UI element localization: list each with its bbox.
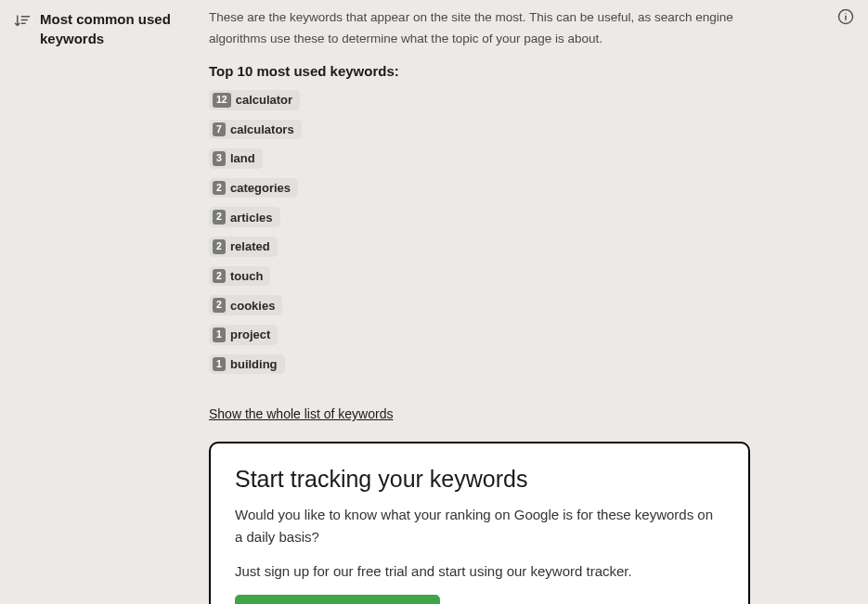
keyword-list: 12calculator 7calculators 3land 2categor… [209,90,780,379]
keyword-count: 1 [213,328,226,342]
keyword-label: touch [230,269,263,283]
section-title: Most common used keywords [40,9,209,48]
keyword-label: building [230,357,278,371]
keyword-pill: 2categories [209,178,298,199]
start-tracking-button[interactable]: START TRACKING [235,595,440,604]
section-description: These are the keywords that appear on th… [209,7,780,50]
keyword-count: 2 [213,181,226,196]
keyword-pill: 7calculators [209,120,302,140]
keyword-label: calculator [236,93,292,107]
keyword-pill: 1project [209,325,278,345]
keyword-pill: 3land [209,148,263,169]
promo-title: Start tracking your keywords [235,466,724,493]
show-all-keywords-link[interactable]: Show the whole list of keywords [209,406,393,421]
keyword-pill: 2articles [209,207,280,227]
keyword-count: 2 [213,210,226,225]
promo-text-2: Just sign up for our free trial and star… [235,560,724,582]
keyword-pill: 1building [209,354,285,375]
keyword-count: 12 [213,93,231,108]
keyword-label: project [230,328,270,341]
keyword-count: 7 [213,122,226,137]
info-icon[interactable] [836,7,855,26]
section-header: Most common used keywords [14,7,209,604]
keyword-label: articles [230,211,273,225]
keyword-label: related [230,239,270,253]
promo-text-1: Would you like to know what your ranking… [235,504,724,547]
keyword-label: categories [230,181,291,195]
keyword-pill: 2touch [209,266,270,287]
keyword-count: 2 [213,298,226,313]
svg-point-6 [845,13,846,14]
keyword-count: 2 [213,239,226,254]
keyword-label: land [230,151,255,165]
tracking-promo-box: Start tracking your keywords Would you l… [209,442,750,604]
keyword-count: 3 [213,151,226,166]
keyword-label: cookies [230,299,275,313]
keywords-subheading: Top 10 most used keywords: [209,63,780,79]
keyword-count: 1 [213,357,226,372]
keyword-pill: 2related [209,237,278,257]
keyword-pill: 12calculator [209,90,300,110]
section-content: These are the keywords that appear on th… [209,7,854,604]
sort-descending-icon [14,13,31,30]
keyword-count: 2 [213,269,226,284]
keyword-pill: 2cookies [209,295,282,315]
keyword-label: calculators [230,122,294,136]
